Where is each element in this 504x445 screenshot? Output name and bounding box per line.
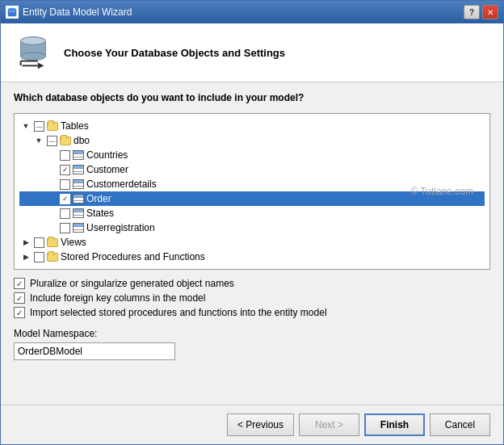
checkbox-tables[interactable] [34, 121, 44, 132]
section-label: Which database objects do you want to in… [14, 92, 490, 103]
svg-point-5 [21, 52, 46, 61]
options-section: Pluralize or singularize generated objec… [14, 278, 490, 318]
option-stored-procs-import[interactable]: Import selected stored procedures and fu… [14, 307, 490, 318]
checkbox-views[interactable] [34, 237, 44, 248]
checkbox-states[interactable] [60, 208, 70, 219]
header-title: Choose Your Database Objects and Setting… [64, 47, 285, 59]
label-views: Views [61, 237, 86, 248]
order-table-icon [72, 193, 85, 204]
previous-button[interactable]: < Previous [227, 414, 294, 436]
svg-point-6 [21, 37, 46, 45]
label-customerdetails: Customerdetails [86, 178, 157, 190]
window-icon [6, 6, 19, 19]
next-button[interactable]: Next > [299, 414, 359, 436]
option-pluralize[interactable]: Pluralize or singularize generated objec… [14, 278, 490, 289]
title-bar-left: Entity Data Model Wizard [6, 6, 132, 19]
tree-node-userregistration[interactable]: ▶ Userregistration [19, 220, 485, 235]
tree-node-views[interactable]: ▶ Views [19, 235, 485, 250]
checkbox-customerdetails[interactable] [60, 179, 70, 190]
tree-node-order[interactable]: ▶ Order [19, 191, 485, 206]
checkbox-customer[interactable] [60, 165, 70, 175]
checkbox-pluralize[interactable] [14, 278, 25, 289]
label-stored-procs-import: Import selected stored procedures and fu… [30, 307, 327, 318]
expander-stored-procedures[interactable]: ▶ [19, 250, 32, 263]
window-title: Entity Data Model Wizard [23, 6, 132, 18]
footer: < Previous Next > Finish Cancel [1, 405, 503, 444]
header-section: Choose Your Database Objects and Setting… [1, 23, 503, 82]
checkbox-stored-procs-import[interactable] [14, 307, 25, 318]
svg-marker-8 [38, 62, 44, 69]
checkbox-order[interactable] [60, 194, 70, 204]
tables-folder-icon [46, 120, 59, 132]
label-tables: Tables [61, 120, 89, 132]
database-icon [14, 33, 52, 72]
title-bar: Entity Data Model Wizard ? ✕ [1, 1, 503, 23]
expander-views[interactable]: ▶ [19, 236, 32, 249]
label-userregistration: Userregistration [86, 222, 155, 233]
help-button[interactable]: ? [464, 5, 480, 19]
main-window: Entity Data Model Wizard ? ✕ Choose Your… [0, 0, 504, 445]
dbo-folder-icon [59, 135, 72, 146]
checkbox-userregistration[interactable] [60, 223, 70, 233]
title-bar-controls: ? ✕ [464, 5, 498, 19]
views-folder-icon [46, 237, 59, 248]
label-customer: Customer [86, 164, 128, 175]
customerdetails-table-icon [72, 178, 85, 190]
expander-tables[interactable]: ▼ [19, 120, 32, 132]
checkbox-foreign-keys[interactable] [14, 292, 25, 304]
tree-node-dbo[interactable]: ▼ dbo [19, 133, 485, 148]
label-states: States [86, 208, 114, 219]
states-table-icon [72, 208, 85, 219]
countries-table-icon [72, 149, 85, 161]
label-stored-procedures: Stored Procedures and Functions [61, 251, 205, 262]
namespace-section: Model Namespace: [14, 328, 490, 360]
namespace-input[interactable] [14, 342, 175, 360]
tree-node-tables[interactable]: ▼ Tables [19, 119, 485, 133]
finish-button[interactable]: Finish [364, 414, 425, 436]
svg-point-2 [8, 10, 16, 13]
close-button[interactable]: ✕ [482, 5, 498, 19]
label-pluralize: Pluralize or singularize generated objec… [30, 278, 234, 289]
tree-node-states[interactable]: ▶ States [19, 206, 485, 220]
stored-procs-folder-icon [46, 251, 59, 262]
label-dbo: dbo [74, 135, 90, 146]
userregistration-table-icon [72, 222, 85, 233]
cancel-button[interactable]: Cancel [430, 414, 490, 436]
label-order: Order [86, 193, 111, 204]
tree-node-customerdetails[interactable]: ▶ Customerdetails [19, 177, 485, 191]
tree-node-stored-procedures[interactable]: ▶ Stored Procedures and Functions [19, 250, 485, 264]
tree-node-countries[interactable]: ▶ Countries [19, 148, 485, 162]
checkbox-countries[interactable] [60, 150, 70, 161]
label-foreign-keys: Include foreign key columns in the model [30, 292, 205, 304]
checkbox-dbo[interactable] [47, 136, 57, 146]
namespace-label: Model Namespace: [14, 328, 490, 339]
tree-container: © Tutlane.com ▼ Tables ▼ dbo [14, 113, 490, 270]
checkbox-stored-procedures[interactable] [34, 252, 44, 262]
tree-node-customer[interactable]: ▶ Customer [19, 162, 485, 177]
option-foreign-keys[interactable]: Include foreign key columns in the model [14, 292, 490, 304]
customer-table-icon [72, 164, 85, 175]
label-countries: Countries [86, 149, 128, 161]
expander-dbo[interactable]: ▼ [32, 134, 45, 147]
main-content: Which database objects do you want to in… [1, 82, 503, 405]
